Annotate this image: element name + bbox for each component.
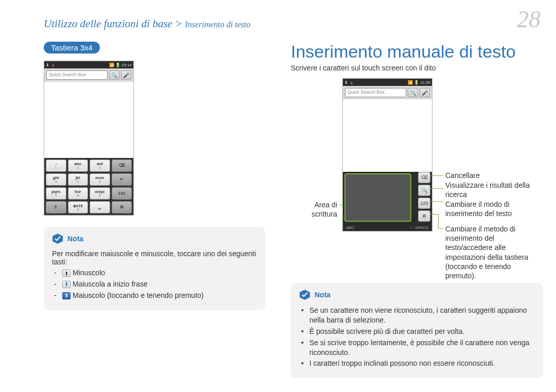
key-settings[interactable]: ⚙	[112, 201, 132, 213]
shift-icon-uppercase: ⬆	[62, 292, 71, 299]
statusbar: ⬇▲ 📶🔋23:14	[44, 61, 133, 68]
hw-backspace-button[interactable]: ⌫	[418, 172, 430, 183]
annotation-settings: Cambiare il metodo di inserimento del te…	[445, 224, 533, 280]
note-item: È possibile scrivere più di due caratter…	[301, 327, 535, 336]
mic-icon[interactable]: 🎤	[420, 88, 430, 97]
search-row: Quick Search Box 🔍 🎤	[44, 68, 133, 82]
shift-icon-lowercase: ⬆	[62, 270, 71, 277]
annotation-mode: Cambiare il modo di inserimento del test…	[445, 200, 533, 218]
key-ghi[interactable]: ghi4	[46, 173, 66, 186]
content-area	[44, 82, 133, 158]
warning-icon: ▲	[51, 63, 55, 67]
key-space[interactable]: ␣	[90, 201, 110, 213]
note-item: Se si scrive troppo lentamente, è possib…	[301, 338, 535, 358]
key-pqrs[interactable]: pqrs7	[46, 187, 66, 200]
note-box-right: Nota Se un carattere non viene riconosci…	[291, 283, 543, 378]
statusbar: ⬇▲ 📶🔋11:35	[343, 79, 432, 86]
note-item: ⬆Maiuscolo (toccando e tenendo premuto)	[54, 291, 257, 300]
search-input[interactable]: Quick Search Box	[345, 88, 406, 97]
breadcrumb: Utilizzo delle funzioni di base > Inseri…	[44, 17, 250, 30]
key-mno[interactable]: mno6	[90, 173, 110, 186]
search-icon[interactable]: 🔍	[408, 88, 418, 97]
key-1[interactable]: .-1	[46, 159, 66, 172]
note-title: Nota	[67, 235, 83, 243]
hw-settings-button[interactable]: ⚙	[418, 210, 430, 222]
annotation-write-area: Area di scrittura	[306, 200, 337, 219]
search-input[interactable]: Quick Search Box	[46, 70, 108, 80]
note-icon	[299, 289, 310, 300]
signal-icon: 📶	[408, 80, 413, 85]
note-intro: Per modificare maiuscole e minuscole, to…	[52, 250, 257, 266]
write-pad[interactable]	[344, 173, 411, 222]
search-icon[interactable]: 🔍	[109, 70, 119, 80]
annotated-screenshot: Area di scrittura ⬇▲ 📶🔋11:35 Quick Searc…	[342, 78, 543, 231]
note-item: I caratteri troppo inclinati possono non…	[301, 359, 535, 368]
key-wxyz[interactable]: wxyz9	[90, 187, 110, 200]
breadcrumb-main: Utilizzo delle funzioni di base	[44, 17, 172, 30]
note-icon	[52, 233, 63, 244]
battery-icon: 🔋	[115, 63, 120, 67]
note-title: Nota	[315, 291, 331, 299]
clock: 11:35	[420, 80, 430, 85]
hw-footer-right: ←: SPACE	[409, 225, 429, 230]
key-tuv[interactable]: tuv8	[68, 187, 89, 200]
keypad-3x4: .-1 abc2 def3 ⌫ ghi4 jkl5 mno6 ↵ pqrs7 t…	[44, 158, 133, 215]
key-xt9[interactable]: ⊕XT90	[68, 201, 89, 213]
key-abc[interactable]: abc2	[68, 159, 89, 172]
column-left: Tastiera 3x4 ⬇▲ 📶🔋23:14 Quick Search Box…	[44, 42, 265, 378]
key-backspace[interactable]: ⌫	[112, 159, 132, 172]
usb-icon: ⬇	[344, 80, 349, 84]
section-title: Inserimento manuale di testo	[291, 42, 543, 62]
note-item: Se un carattere non viene riconosciuto, …	[301, 306, 535, 325]
note-item: ⬆Maiuscola a inizio frase	[54, 279, 257, 289]
page-number: 28	[517, 8, 541, 31]
clock: 23:14	[121, 63, 132, 67]
phone-handwriting-screenshot: ⬇▲ 📶🔋11:35 Quick Search Box 🔍 🎤 ⌫ 🔍 123	[342, 78, 432, 231]
shift-icon-sentence: ⬆	[62, 281, 71, 288]
hw-mode-button[interactable]: 123	[418, 198, 430, 209]
page-header: Utilizzo delle funzioni di base > Inseri…	[0, 0, 556, 31]
section-subtitle: Scrivere i caratteri sul touch screen co…	[291, 64, 543, 72]
key-jkl[interactable]: jkl5	[68, 173, 89, 186]
note-box-left: Nota Per modificare maiuscole e minuscol…	[44, 227, 265, 310]
key-enter[interactable]: ↵	[112, 173, 132, 186]
content-area	[343, 99, 432, 172]
hw-footer-left: ABC	[346, 225, 354, 230]
signal-icon: 📶	[109, 63, 114, 67]
phone-keypad-screenshot: ⬇▲ 📶🔋23:14 Quick Search Box 🔍 🎤 .-1 abc2…	[44, 61, 134, 216]
hw-search-button[interactable]: 🔍	[418, 185, 430, 196]
key-shift[interactable]: ⇧	[46, 201, 66, 213]
column-right: Inserimento manuale di testo Scrivere i …	[291, 42, 543, 378]
handwriting-area: ⌫ 🔍 123 ⚙ ABC ←: SPACE	[343, 172, 432, 231]
annotation-search: Visualizzare i risultati della ricerca	[445, 181, 533, 199]
key-def[interactable]: def3	[90, 159, 110, 172]
usb-icon: ⬇	[46, 63, 50, 67]
search-row: Quick Search Box 🔍 🎤	[343, 86, 432, 99]
annotation-delete: Cancellare	[445, 171, 533, 180]
breadcrumb-sub: Inserimento di testo	[185, 20, 250, 29]
mic-icon[interactable]: 🎤	[121, 70, 131, 80]
warning-icon: ▲	[350, 80, 354, 84]
note-item: ⬆Minuscolo	[54, 268, 257, 278]
section-pill: Tastiera 3x4	[44, 42, 100, 54]
battery-icon: 🔋	[414, 80, 419, 85]
key-123[interactable]: 123	[112, 187, 132, 200]
